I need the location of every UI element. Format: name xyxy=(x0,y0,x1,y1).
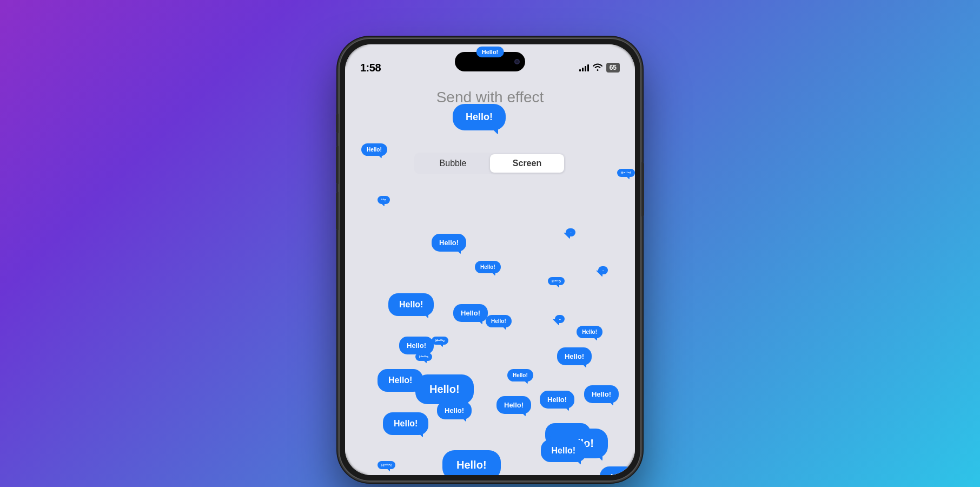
content-area: 1:58 xyxy=(345,44,635,475)
mini-bubble-top: Hello! xyxy=(476,47,504,57)
list-item: Hello xyxy=(415,353,432,361)
list-item: – xyxy=(566,228,575,236)
status-time: 1:58 xyxy=(360,62,381,74)
list-item: Hello! xyxy=(486,315,512,327)
list-item: Hello! xyxy=(584,385,619,403)
status-icons: 65 xyxy=(579,63,620,73)
btn-right-power xyxy=(641,162,644,216)
list-item: Hello xyxy=(432,337,448,345)
list-item: He xyxy=(378,196,390,204)
list-item: Hello! xyxy=(442,450,501,475)
list-item: Hello xyxy=(548,277,565,285)
list-item: Hello! xyxy=(617,169,635,177)
list-item: Hello! xyxy=(378,461,395,469)
list-item: Hello! xyxy=(432,234,466,252)
btn-left-vol-down xyxy=(336,192,339,230)
btn-left-vol-up xyxy=(336,146,339,184)
list-item: Hello! xyxy=(361,143,387,156)
list-item: Hello! xyxy=(415,374,474,404)
list-item: Hello! xyxy=(388,293,434,316)
segment-control[interactable]: Bubble Screen xyxy=(414,153,566,174)
list-item: – xyxy=(598,266,608,274)
list-item: Hel xyxy=(600,466,635,475)
segment-screen[interactable]: Screen xyxy=(490,154,564,173)
camera-dot xyxy=(514,59,520,64)
list-item: Hello! xyxy=(383,412,428,435)
main-preview-bubble: Hello! xyxy=(453,104,506,130)
list-item: – xyxy=(555,315,565,323)
segment-bubble[interactable]: Bubble xyxy=(416,154,490,173)
battery-icon: 65 xyxy=(606,63,620,73)
phone-wrapper: 1:58 xyxy=(339,38,641,482)
signal-icon xyxy=(579,64,589,71)
btn-left-silent xyxy=(336,114,339,133)
list-item: Hello! xyxy=(475,261,501,273)
list-item: Hello! xyxy=(496,396,531,414)
list-item: Hello! xyxy=(540,391,574,409)
battery-level: 65 xyxy=(610,64,617,71)
list-item: Hello! xyxy=(557,347,592,365)
phone-screen: 1:58 xyxy=(345,44,635,475)
list-item: Hello! xyxy=(399,337,434,354)
wifi-icon xyxy=(592,63,603,73)
list-item: Hello! xyxy=(577,326,602,338)
list-item: Hello! xyxy=(507,369,533,381)
background: 1:58 xyxy=(339,5,641,482)
list-item: Hello! xyxy=(453,304,488,322)
list-item: Hello! xyxy=(437,402,472,419)
list-item: Hello! xyxy=(541,439,586,462)
